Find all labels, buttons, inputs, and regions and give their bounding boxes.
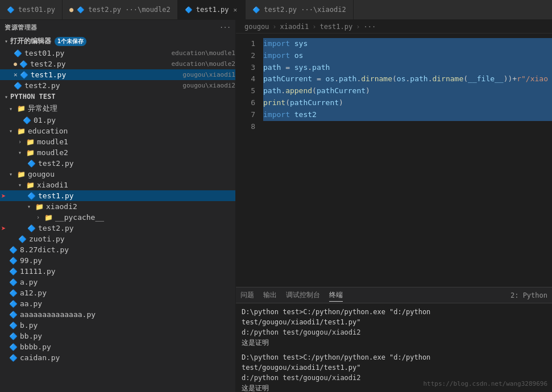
folder-label: xiaodi1 xyxy=(37,181,235,189)
code-content[interactable]: import sys import os path = sys.path pat… xyxy=(259,34,552,287)
tab-test2-moudle2[interactable]: ● 🔷 test2.py ···\moudle2 xyxy=(63,0,178,19)
open-editors-section[interactable]: ▾ 打开的编辑器 1个未保存 xyxy=(0,35,235,48)
python-icon: 🔷 xyxy=(7,6,15,14)
chevron-down-icon: ▾ xyxy=(9,106,17,112)
file-label: test1.py xyxy=(38,191,235,200)
python-file-icon: 🔷 xyxy=(18,235,27,243)
folder-moudle1[interactable]: › 📁 moudle1 xyxy=(0,136,235,147)
terminal-line-4: D:\python test>C:/python/python.exe "d:/… xyxy=(242,352,546,373)
unsaved-dot: ● xyxy=(14,61,17,67)
code-line-3: path = sys.path xyxy=(263,62,552,74)
panel-tab-debug[interactable]: 调试控制台 xyxy=(286,289,320,302)
file-bbpy[interactable]: 🔷 bb.py xyxy=(0,331,235,341)
tab-label: test2.py ···\xiaodi2 xyxy=(264,6,346,14)
chevron-down-icon: ▾ xyxy=(18,149,26,156)
tab-label: test01.py xyxy=(18,6,55,14)
code-line-6: print(pathCurrent) xyxy=(263,97,552,109)
python-file-icon: 🔷 xyxy=(9,354,18,362)
bottom-panel: 问题 输出 调试控制台 终端 2: Python D:\python test>… xyxy=(236,287,552,392)
open-file-test2-xiaodi2[interactable]: 🔷 test2.py gougou\xiaodi2 xyxy=(0,80,235,91)
file-label: a.py xyxy=(20,278,235,286)
file-99py[interactable]: 🔷 99.py xyxy=(0,255,235,266)
file-label: 99.py xyxy=(20,256,235,265)
file-bpy[interactable]: 🔷 b.py xyxy=(0,320,235,331)
close-icon[interactable]: ✕ xyxy=(14,71,18,78)
breadcrumb: gougou › xiaodi1 › test1.py › ··· xyxy=(236,20,552,34)
terminal-line-3: 这是证明 xyxy=(242,337,546,348)
panel-tab-output[interactable]: 输出 xyxy=(263,289,277,302)
terminal-line-1: D:\python test>C:/python/python.exe "d:/… xyxy=(242,307,546,327)
file-label: aaaaaaaaaaaaaa.py xyxy=(20,310,235,319)
folder-xiaodi2[interactable]: ▾ 📁 xiaodi2 xyxy=(0,201,235,212)
python-icon: 🔷 xyxy=(77,6,85,14)
folder-icon: 📁 xyxy=(17,127,26,135)
file-zuoti[interactable]: 🔷 zuoti.py xyxy=(0,233,235,244)
tab-test1-active[interactable]: 🔷 test1.py ✕ xyxy=(178,0,246,19)
breadcrumb-ellipsis: ··· xyxy=(363,23,376,31)
python-file-icon: 🔷 xyxy=(9,278,18,286)
folder-pycache[interactable]: › 📁 __pycache__ xyxy=(0,212,235,223)
tab-test01[interactable]: 🔷 test01.py xyxy=(0,0,63,19)
open-file-test2-moudle2[interactable]: ● 🔷 test2.py education\moudle2 xyxy=(0,59,235,69)
folder-label: xiaodi2 xyxy=(46,202,235,211)
open-file-test1[interactable]: ✕ 🔷 test1.py gougou\xiaodi1 xyxy=(0,69,235,80)
sidebar-content: ▾ 打开的编辑器 1个未保存 🔷 test01.py education\mou… xyxy=(0,35,235,392)
chevron-right-icon: › xyxy=(18,139,26,145)
open-file-test01[interactable]: 🔷 test01.py education\moudle1 xyxy=(0,48,235,59)
code-editor[interactable]: 1 2 3 4 5 6 7 8 import sys import os pat… xyxy=(236,34,552,287)
file-827dict[interactable]: 🔷 8.27dict.py xyxy=(0,244,235,255)
file-aapy[interactable]: 🔷 aa.py xyxy=(0,298,235,309)
python-file-icon: 🔷 xyxy=(27,224,36,232)
tab-close-button[interactable]: ✕ xyxy=(233,6,239,14)
file-test1[interactable]: ➤ 🔷 test1.py xyxy=(0,190,235,201)
code-line-4: pathCurrent = os.path.dirname(os.path.di… xyxy=(263,73,552,85)
terminal-content[interactable]: D:\python test>C:/python/python.exe "d:/… xyxy=(236,303,552,392)
folder-education[interactable]: ▾ 📁 education xyxy=(0,126,235,136)
chevron-down-icon: ▾ xyxy=(5,38,8,44)
python-file-icon: 🔷 xyxy=(9,311,18,319)
breadcrumb-file: test1.py xyxy=(319,23,352,31)
line-numbers: 1 2 3 4 5 6 7 8 xyxy=(236,34,259,287)
python-file-icon: 🔷 xyxy=(9,332,18,340)
sidebar-header: 资源管理器 ··· xyxy=(0,20,235,35)
watermark: https://blog.csdn.net/wang3289696 xyxy=(423,380,547,387)
python-icon: 🔷 xyxy=(252,6,260,14)
file-test2-gougou[interactable]: ➤ 🔷 test2.py xyxy=(0,223,235,233)
file-bbbbpy[interactable]: 🔷 bbbb.py xyxy=(0,341,235,352)
python-file-icon: 🔷 xyxy=(9,343,18,351)
python-file-icon: 🔷 xyxy=(9,246,18,254)
python-file-icon: 🔷 xyxy=(14,82,22,90)
folder-xiaodi1[interactable]: ▾ 📁 xiaodi1 xyxy=(0,180,235,190)
folder-exception[interactable]: ▾ 📁 异常处理 xyxy=(0,102,235,115)
folder-label: moudle2 xyxy=(37,148,235,157)
main-layout: 资源管理器 ··· ▾ 打开的编辑器 1个未保存 🔷 test01.py edu… xyxy=(0,20,552,392)
file-label: test2.py xyxy=(30,60,168,68)
folder-moudle2[interactable]: ▾ 📁 moudle2 xyxy=(0,147,235,158)
unsaved-badge: 1个未保存 xyxy=(55,37,86,46)
folder-label: education xyxy=(28,127,235,135)
file-a12py[interactable]: 🔷 a12.py xyxy=(0,287,235,298)
file-11111py[interactable]: 🔷 11111.py xyxy=(0,266,235,277)
file-path: gougou\xiaodi1 xyxy=(182,71,235,78)
breadcrumb-sep: › xyxy=(312,23,316,31)
file-manyapy[interactable]: 🔷 aaaaaaaaaaaaaa.py xyxy=(0,309,235,320)
tab-label: test1.py xyxy=(196,6,229,14)
file-label: b.py xyxy=(20,321,235,330)
python-file-icon: 🔷 xyxy=(23,116,31,124)
file-test2-moudle2[interactable]: 🔷 test2.py xyxy=(0,158,235,169)
folder-icon: 📁 xyxy=(17,170,26,178)
file-label: aa.py xyxy=(20,299,235,308)
file-apy[interactable]: 🔷 a.py xyxy=(0,277,235,287)
python-file-icon: 🔷 xyxy=(9,257,18,265)
folder-gougou[interactable]: ▾ 📁 gougou xyxy=(0,169,235,180)
folder-icon: 📁 xyxy=(35,203,44,211)
sidebar-menu-button[interactable]: ··· xyxy=(219,24,231,31)
panel-tab-issues[interactable]: 问题 xyxy=(240,289,254,302)
panel-tab-terminal[interactable]: 终端 xyxy=(329,289,343,302)
file-caidanpy[interactable]: 🔷 caidan.py xyxy=(0,352,235,363)
tab-test2-xiaodi2[interactable]: 🔷 test2.py ···\xiaodi2 xyxy=(246,0,354,19)
python-test-section[interactable]: ▾ PYTHON TEST xyxy=(0,91,235,102)
file-01py[interactable]: 🔷 01.py xyxy=(0,115,235,126)
file-label: test2.py xyxy=(38,224,235,232)
file-label: 11111.py xyxy=(20,267,235,276)
